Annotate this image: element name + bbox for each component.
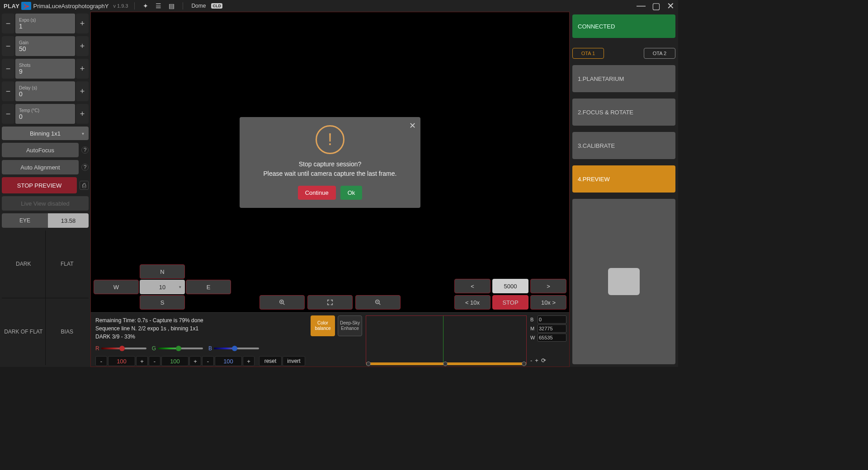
levels: B M W [530,315,566,342]
gain-stepper: − Gain50 + [2,36,89,56]
center-panel: N W 10▾ E S < [90,12,570,367]
stage-planetarium[interactable]: 1.PLANETARIUM [572,65,675,92]
save-icon[interactable]: ▤ [167,2,176,9]
g-value: 100 [161,356,189,366]
status-line-2: Sequence line N. 2/2 expo 1s , binning 1… [95,325,305,332]
autoalign-info-icon[interactable]: ? [81,164,89,171]
darkofflat-button[interactable]: DARK OF FLAT [2,298,45,366]
autofocus-info-icon[interactable]: ? [81,146,89,154]
flat-button[interactable]: FLAT [46,230,89,298]
modal-overlay: ✕ ! Stop capture session? Please wait un… [91,12,569,312]
stage-calibrate[interactable]: 3.CALIBRATE [572,132,675,159]
level-black-input[interactable] [538,315,566,324]
green-slider[interactable] [158,348,203,349]
delay-minus[interactable]: − [2,81,14,101]
b-plus[interactable]: + [243,356,255,366]
delay-plus[interactable]: + [76,81,89,101]
g-plus[interactable]: + [189,356,201,366]
status-line-3: DARK 3/9 - 33% [95,334,305,340]
r-value: 100 [108,356,135,366]
connection-status[interactable]: CONNECTED [572,14,675,38]
telescope-icon[interactable]: ✦ [141,2,150,9]
temp-minus[interactable]: − [2,104,14,124]
modal-ok-button[interactable]: Ok [340,186,363,200]
modal-close-icon[interactable]: ✕ [409,121,416,131]
gain-minus[interactable]: − [2,36,14,56]
dome-label[interactable]: Dome [189,3,208,9]
level-mid-input[interactable] [538,324,566,333]
dark-button[interactable]: DARK [2,230,45,298]
deepsky-enhance-button[interactable]: Deep-Sky Enhance [338,315,362,336]
stop-preview-button[interactable]: STOP PREVIEW [2,177,77,193]
r-plus[interactable]: + [136,356,148,366]
save-preview-icon[interactable]: ⎙ [80,181,89,190]
status-line-1: Remaining Time: 0.7s - Capture is 79% do… [95,317,305,324]
shots-minus[interactable]: − [2,59,14,79]
bottom-strip: Remaining Time: 0.7s - Capture is 79% do… [91,312,569,367]
eye-value: 13.58 [48,213,89,228]
shots-stepper: − Shots9 + [2,59,89,79]
right-panel: CONNECTED OTA 1 OTA 2 1.PLANETARIUM 2.FO… [570,12,678,367]
delay-stepper: − Delay (s)0 + [2,81,89,101]
confirm-modal: ✕ ! Stop capture session? Please wait un… [240,117,420,208]
expo-minus[interactable]: − [2,14,14,33]
temp-value[interactable]: 0 [19,113,71,120]
autofocus-button[interactable]: AutoFocus [2,143,79,157]
mini-preview[interactable] [572,199,675,364]
b-minus[interactable]: - [202,356,214,366]
modal-message: Stop capture session? Please wait until … [264,160,397,179]
chevron-down-icon: ▾ [82,131,84,136]
autoalign-button[interactable]: Auto Alignment [2,160,79,174]
g-minus[interactable]: - [149,356,160,366]
eye-row: EYE 13.58 [2,213,89,228]
mini-preview-box [608,268,640,295]
r-minus[interactable]: - [95,356,107,366]
ota1-button[interactable]: OTA 1 [572,48,604,59]
frame-type-grid: DARK FLAT DARK OF FLAT BIAS [2,230,89,365]
sliders-icon[interactable]: ☰ [154,2,163,9]
brand-logo: ≻ [21,2,31,10]
play-label: PLAY [4,3,19,9]
maximize-icon[interactable]: ▢ [652,0,660,11]
expo-stepper: − Expo (s)1 + [2,14,89,33]
expo-plus[interactable]: + [76,14,89,33]
shots-plus[interactable]: + [76,59,89,79]
histogram[interactable] [366,315,527,364]
capture-status: Remaining Time: 0.7s - Capture is 79% do… [94,315,307,364]
app-version: v 1.9.3 [113,3,128,9]
color-balance-button[interactable]: Color balance [311,315,335,336]
close-icon[interactable]: ✕ [667,0,675,11]
minimize-icon[interactable]: — [637,0,646,11]
modal-continue-button[interactable]: Continue [298,186,336,200]
eye-label[interactable]: EYE [2,213,48,228]
binning-select[interactable]: Binning 1x1▾ [2,127,89,140]
app-subtitle: PrimaLuceAstrophotographY [33,3,108,9]
warning-icon: ! [316,125,344,154]
gain-plus[interactable]: + [76,36,89,56]
shots-value[interactable]: 9 [19,68,71,75]
brand: PLAY ≻ PrimaLuceAstrophotographY v 1.9.3 [4,2,128,10]
stage-preview[interactable]: 4.PREVIEW [572,165,675,193]
dome-status-badge: CLD [211,3,222,9]
red-slider[interactable] [101,348,146,349]
blue-slider[interactable] [214,348,259,349]
temp-plus[interactable]: + [76,104,89,124]
ota2-button[interactable]: OTA 2 [644,48,675,59]
bias-button[interactable]: BIAS [46,298,89,366]
stage-focus-rotate[interactable]: 2.FOCUS & ROTATE [572,99,675,126]
gain-value[interactable]: 50 [19,45,71,52]
invert-button[interactable]: invert [283,356,305,366]
b-value: 100 [215,356,242,366]
level-white-input[interactable] [538,334,566,342]
temp-stepper: − Temp (°C)0 + [2,104,89,124]
delay-value[interactable]: 0 [19,90,71,98]
reset-button[interactable]: reset [259,356,282,366]
level-plus[interactable]: + [535,357,538,364]
expo-value[interactable]: 1 [19,23,71,30]
liveview-button: Live View disabled [2,196,89,211]
left-panel: − Expo (s)1 + − Gain50 + − Shots9 + − De… [0,12,90,367]
preview-viewport[interactable]: N W 10▾ E S < [91,12,569,312]
level-minus[interactable]: - [530,357,532,364]
header: PLAY ≻ PrimaLuceAstrophotographY v 1.9.3… [0,0,678,12]
level-refresh-icon[interactable]: ⟳ [541,357,546,364]
